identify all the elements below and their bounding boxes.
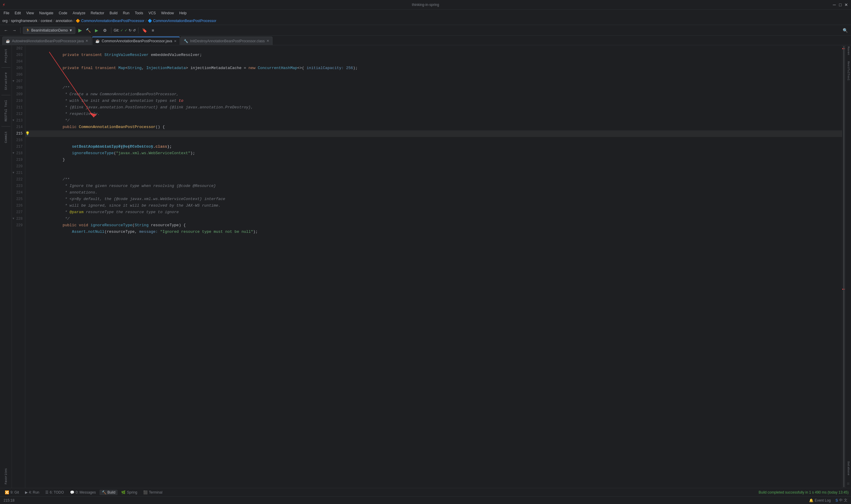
bottom-tab-terminal[interactable]: ⬛ Terminal [141,490,165,495]
scroll-gutter [842,45,845,488]
line-num-216: 216 [12,137,25,143]
code-line-205 [25,65,842,71]
tab-close-autowired[interactable]: ✕ [86,39,88,43]
right-sidebar-restful[interactable]: RestfulTool [847,61,850,81]
code-line-222: * Ignore the given resource type when re… [25,176,842,183]
code-line-221: /** [25,170,842,176]
line-num-213: ▼ 213 [12,117,25,124]
menu-window[interactable]: Window [159,11,176,16]
menu-build[interactable]: Build [107,11,120,16]
minimize-button[interactable]: ─ [832,2,837,7]
menu-help[interactable]: Help [177,11,189,16]
git-status: Git: ✓ ✓ ↻ ↺ [114,28,136,33]
status-position[interactable]: 215:18 [2,497,16,504]
code-container[interactable]: 202 203 204 205 206 ▼ 207 208 209 210 21… [12,45,845,488]
line-num-223: 223 [12,183,25,189]
line-num-202: 202 [12,45,25,52]
run-button[interactable]: ▶ [76,27,84,34]
tab-common[interactable]: ☕ CommonAnnotationBeanPostProcessor.java… [92,37,180,45]
maximize-button[interactable]: □ [838,2,843,7]
toolbar: ← → 🏃 BeanInitializationDemo ▼ ▶ 🔨 ▶ ⚙ G… [0,25,851,36]
tab-bar: ☕ AutowiredAnnotationBeanPostProcessor.j… [0,36,851,45]
title-bar-controls: ─ □ ✕ [832,2,849,7]
settings-button[interactable]: ≡ [149,27,156,34]
sidebar-icon-restful[interactable]: RESTful Tool [1,98,11,124]
line-num-206: 206 [12,71,25,78]
code-line-228: public void ignoreResourceType(String re… [25,216,842,222]
profile-button[interactable]: ⚙ [102,27,109,34]
right-sidebar-maven[interactable]: Maven [847,47,850,55]
tab-init[interactable]: 🔧 InitDestroyAnnotationBeanPostProcessor… [180,37,272,45]
right-sidebar-database[interactable]: Database [847,462,850,475]
bottom-tab-spring[interactable]: 🌿 Spring [119,490,140,495]
bottom-tab-todo[interactable]: ☰ 6: TODO [43,490,67,495]
tab-close-init[interactable]: ✕ [267,39,269,43]
right-sidebar: Maven RestfulTool Database ≡ [845,45,851,488]
line-num-208: 208 [12,85,25,91]
menu-refactor[interactable]: Refactor [88,11,107,16]
tab-autowired[interactable]: ☕ AutowiredAnnotationBeanPostProcessor.j… [2,37,91,45]
sidebar-icon-commit[interactable]: Commit [1,129,11,146]
menu-navigate[interactable]: Navigate [37,11,56,16]
position-text: 215:18 [4,498,15,503]
menu-run[interactable]: Run [121,11,132,16]
line-num-203: 203 [12,52,25,58]
menu-edit[interactable]: Edit [12,11,23,16]
code-line-224: * <p>By default, the {@code javax.xml.ws… [25,189,842,196]
code-line-223: * annotations. [25,183,842,189]
bottom-tab-git[interactable]: 🔀 9: Git [2,490,21,495]
bottom-tab-run[interactable]: ▶ 4: Run [23,490,42,495]
tab-label-init: InitDestroyAnnotationBeanPostProcessor.c… [190,39,265,43]
sidebar-icon-project[interactable]: Project [1,47,11,65]
todo-icon: ☰ [45,490,49,494]
line-num-212: 212 [12,111,25,117]
breadcrumb-annotation[interactable]: annotation [56,19,72,23]
fold-icon-228[interactable]: ▼ [13,216,14,222]
line-num-224: 224 [12,189,25,196]
sidebar-icon-favorites[interactable]: Favorites [1,466,11,487]
terminal-label: Terminal [149,490,162,494]
sidebar-icon-structure[interactable]: Structure [1,70,11,92]
build-icon-bottom: 🔨 [102,490,106,494]
menu-analyze[interactable]: Analyze [70,11,88,16]
bottom-tab-build[interactable]: 🔨 Build [99,490,118,495]
menu-tools[interactable]: Tools [132,11,146,16]
breadcrumb: org / springframework / context / annota… [0,17,851,25]
menu-view[interactable]: View [24,11,36,16]
status-ime[interactable]: S 中 文 [834,497,849,504]
breadcrumb-class1[interactable]: 🔶 CommonAnnotationBeanPostProcessor [76,19,144,23]
status-event-log[interactable]: 🔔 Event Log [808,497,832,504]
bookmark-button[interactable]: 🔖 [141,27,148,34]
bulb-icon-215[interactable]: 💡 [25,130,30,137]
right-sidebar-toggle[interactable]: ≡ [847,481,850,487]
menu-code[interactable]: Code [56,11,70,16]
breadcrumb-context[interactable]: context [41,19,52,23]
run-config-dropdown[interactable]: 🏃 BeanInitializationDemo ▼ [23,27,75,34]
build-button[interactable]: 🔨 [85,27,92,34]
fold-icon-221[interactable]: ▼ [13,170,14,176]
forward-button[interactable]: → [11,27,18,34]
code-line-227: */ [25,209,842,216]
bottom-tab-messages[interactable]: 💬 0: Messages [68,490,98,495]
menu-vcs[interactable]: VCS [146,11,158,16]
tab-close-common[interactable]: ✕ [174,39,177,43]
code-line-226: * @param resourceType the resource type … [25,202,842,209]
back-button[interactable]: ← [2,27,10,34]
coverage-button[interactable]: ▶ [93,27,100,34]
messages-label: 0: Messages [76,490,96,494]
code-line-215: 💡 setInitAnnotationType(PostConstruct.cl… [25,130,842,137]
code-line-229: Assert.notNull(resourceType, message: "I… [25,222,842,229]
fold-icon-207[interactable]: ▼ [13,78,14,85]
event-log-text: Event Log [815,498,831,503]
line-numbers: 202 203 204 205 206 ▼ 207 208 209 210 21… [12,45,25,488]
menu-file[interactable]: File [1,11,12,16]
breadcrumb-springframework[interactable]: springframework [11,19,37,23]
fold-icon-213[interactable]: ▼ [13,117,14,124]
breadcrumb-class2[interactable]: 🔷 CommonAnnotationBeanPostProcessor [148,19,216,23]
close-button[interactable]: ✕ [844,2,849,7]
menu-bar: File Edit View Navigate Code Analyze Ref… [0,10,851,17]
git-icon: 🔀 [5,490,9,494]
search-everywhere-button[interactable]: 🔍 [841,27,849,34]
fold-icon-218[interactable]: ▼ [13,150,14,157]
breadcrumb-org[interactable]: org [2,19,7,23]
